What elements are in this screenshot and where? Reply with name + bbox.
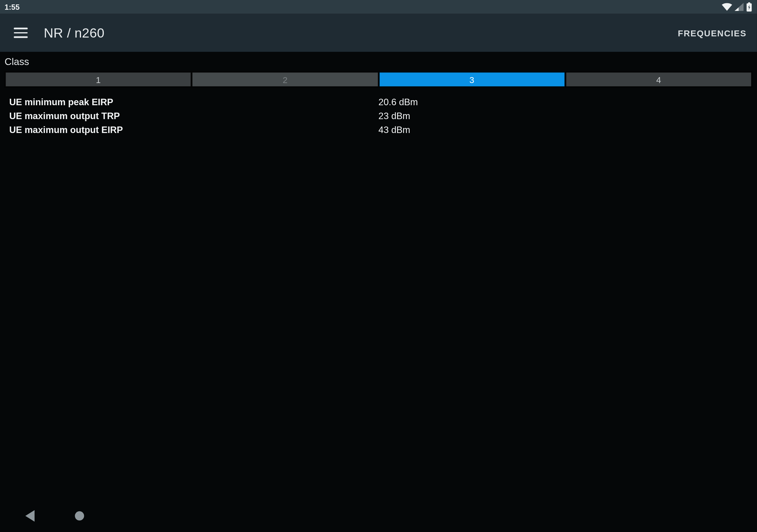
table-row: UE maximum output TRP 23 dBm	[5, 109, 753, 123]
app-bar: NR / n260 FREQUENCIES	[0, 14, 757, 52]
page-title: NR / n260	[44, 25, 105, 41]
home-icon[interactable]	[75, 511, 84, 520]
spec-value: 43 dBm	[378, 123, 752, 137]
spec-value: 20.6 dBm	[378, 96, 752, 109]
status-icons	[722, 2, 752, 12]
content-area: Class 1 2 3 4 UE minimum peak EIRP 20.6 …	[0, 52, 757, 137]
class-tab-4[interactable]: 4	[566, 72, 752, 87]
table-row: UE minimum peak EIRP 20.6 dBm	[5, 96, 753, 109]
class-label: Class	[5, 55, 753, 72]
wifi-icon	[722, 3, 732, 11]
spec-key: UE maximum output EIRP	[5, 123, 378, 137]
spec-key: UE minimum peak EIRP	[5, 96, 378, 109]
spec-key: UE maximum output TRP	[5, 109, 378, 123]
class-segmented-control: 1 2 3 4	[5, 72, 753, 88]
frequencies-button[interactable]: FREQUENCIES	[674, 22, 750, 44]
back-icon[interactable]	[25, 510, 35, 522]
class-tab-2: 2	[192, 72, 378, 87]
class-tab-3[interactable]: 3	[379, 72, 565, 87]
system-nav-bar	[0, 500, 757, 532]
status-time: 1:55	[5, 3, 20, 11]
spec-value: 23 dBm	[378, 109, 752, 123]
status-bar: 1:55	[0, 0, 757, 14]
menu-icon[interactable]	[14, 25, 30, 41]
class-tab-1[interactable]: 1	[5, 72, 192, 87]
cellular-icon	[735, 3, 744, 11]
table-row: UE maximum output EIRP 43 dBm	[5, 123, 753, 137]
svg-rect-1	[748, 2, 750, 4]
battery-icon	[746, 2, 752, 12]
spec-table: UE minimum peak EIRP 20.6 dBm UE maximum…	[5, 96, 753, 137]
